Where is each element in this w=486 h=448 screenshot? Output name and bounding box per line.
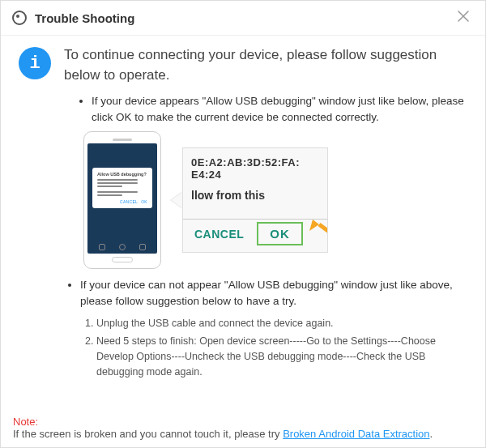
content: i To continue connecting your device, pl…	[1, 36, 485, 391]
headline: To continue connecting your device, plea…	[64, 45, 467, 85]
dialog-zoom: 0E:A2:AB:3D:52:FA: E4:24 llow from this …	[182, 147, 328, 253]
titlebar: Trouble Shooting	[1, 1, 485, 36]
cancel-button[interactable]: CANCEL	[194, 228, 244, 241]
app-icon	[12, 11, 27, 25]
substeps: Unplug the USB cable and connect the dev…	[19, 316, 467, 380]
substep-2: Need 5 steps to finish: Open device scre…	[96, 334, 467, 379]
note-label: Note:	[13, 416, 38, 428]
ok-button[interactable]: OK	[257, 222, 303, 245]
close-icon[interactable]	[453, 9, 474, 27]
broken-android-link[interactable]: Broken Android Data Extraction	[283, 428, 429, 440]
allow-text: llow from this	[191, 189, 327, 202]
callout-pointer-icon	[171, 192, 182, 208]
illustration: Allow USB debugging? CANCELOK 0E:A2:AB:3…	[83, 131, 467, 269]
window-title: Trouble Shooting	[35, 11, 453, 25]
note-text-before: If the screen is broken and you cannot t…	[13, 428, 283, 440]
info-icon: i	[19, 47, 51, 79]
phone-dialog-title: Allow USB debugging?	[97, 172, 147, 177]
step-2-text: If your device can not appear "Allow USB…	[80, 277, 467, 309]
step-1-text: If your device appears "Allow USB debugg…	[92, 93, 467, 125]
footer-note: Note: If the screen is broken and you ca…	[13, 416, 473, 440]
phone-dialog: Allow USB debugging? CANCELOK	[92, 168, 152, 208]
mac-line-1: 0E:A2:AB:3D:52:FA:	[191, 156, 327, 169]
substep-1: Unplug the USB cable and connect the dev…	[96, 316, 467, 331]
phone-mockup: Allow USB debugging? CANCELOK	[83, 131, 161, 269]
mac-line-2: E4:24	[191, 169, 327, 181]
note-text-after: .	[430, 428, 433, 440]
